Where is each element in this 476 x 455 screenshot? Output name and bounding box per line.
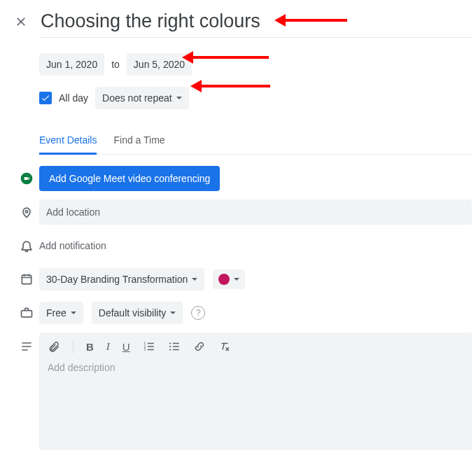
briefcase-icon: [14, 306, 39, 320]
end-date-chip[interactable]: Jun 5, 2020: [127, 53, 192, 76]
visibility-dropdown[interactable]: Default visibility: [92, 302, 183, 324]
start-date-chip[interactable]: Jun 1, 2020: [39, 53, 104, 76]
attach-file-icon[interactable]: [48, 340, 60, 353]
tab-event-details[interactable]: Event Details: [39, 134, 97, 155]
svg-point-9: [169, 349, 171, 350]
chevron-down-icon: [192, 278, 197, 281]
svg-point-7: [169, 342, 171, 344]
svg-rect-3: [22, 311, 32, 317]
visibility-help-icon[interactable]: ?: [191, 306, 205, 320]
availability-label: Free: [46, 307, 66, 318]
add-notification-button[interactable]: Add notification: [39, 240, 106, 251]
close-icon[interactable]: [14, 15, 28, 29]
description-editor[interactable]: B I U 123: [39, 332, 472, 450]
calendar-select-dropdown[interactable]: 30-Day Branding Transformation: [39, 268, 204, 290]
add-google-meet-button[interactable]: Add Google Meet video conferencing: [39, 166, 220, 191]
all-day-label: All day: [59, 92, 88, 104]
italic-button[interactable]: I: [106, 341, 110, 353]
tab-find-a-time[interactable]: Find a Time: [113, 134, 164, 154]
svg-text:3: 3: [144, 348, 146, 351]
visibility-label: Default visibility: [99, 307, 166, 318]
svg-point-8: [169, 346, 171, 347]
location-input[interactable]: [39, 200, 472, 225]
chevron-down-icon: [234, 278, 239, 281]
description-icon: [14, 340, 39, 354]
insert-link-button[interactable]: [193, 340, 206, 353]
calendar-select-label: 30-Day Branding Transformation: [46, 274, 188, 285]
description-textarea[interactable]: Add description: [48, 359, 463, 443]
chevron-down-icon: [170, 312, 176, 314]
video-icon: [14, 172, 39, 186]
chevron-down-icon: [71, 312, 76, 314]
color-picker-dropdown[interactable]: [213, 270, 245, 289]
svg-point-1: [25, 211, 27, 213]
all-day-checkbox[interactable]: [39, 92, 52, 104]
svg-rect-2: [22, 275, 31, 284]
bold-button[interactable]: B: [86, 341, 94, 353]
color-swatch-icon: [218, 274, 230, 285]
availability-dropdown[interactable]: Free: [39, 302, 83, 324]
recurrence-label: Does not repeat: [102, 92, 172, 104]
recurrence-dropdown[interactable]: Does not repeat: [95, 87, 189, 109]
chevron-down-icon: [176, 97, 182, 99]
underline-button[interactable]: U: [122, 341, 130, 353]
clear-formatting-button[interactable]: [218, 340, 231, 353]
date-to-label: to: [111, 59, 120, 70]
event-title-input[interactable]: [39, 10, 431, 33]
location-icon: [14, 205, 39, 219]
notification-icon: [14, 239, 39, 253]
numbered-list-button[interactable]: 123: [143, 340, 155, 353]
calendar-icon: [14, 272, 39, 286]
bulleted-list-button[interactable]: [168, 340, 181, 353]
